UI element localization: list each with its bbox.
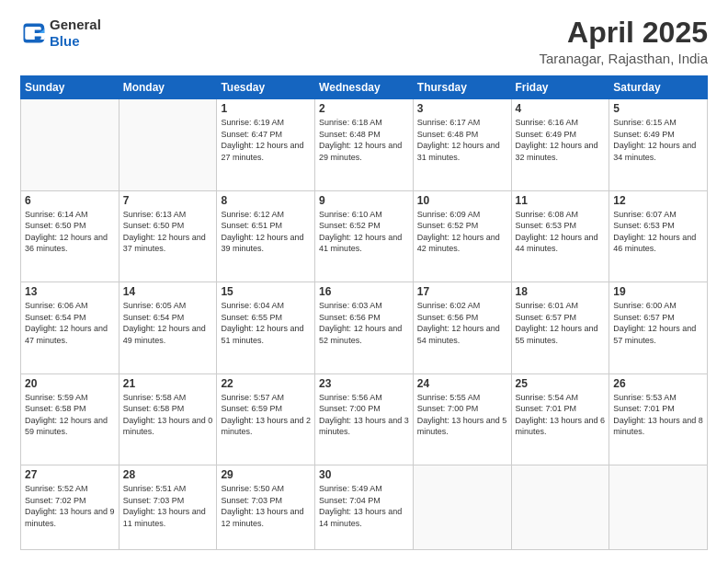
logo-icon [20, 20, 46, 46]
table-row: 27Sunrise: 5:52 AM Sunset: 7:02 PM Dayli… [21, 465, 119, 550]
day-number: 1 [221, 102, 311, 115]
logo-line2: Blue [50, 33, 101, 50]
calendar-table: Sunday Monday Tuesday Wednesday Thursday… [20, 75, 708, 550]
table-row: 1Sunrise: 6:19 AM Sunset: 6:47 PM Daylig… [217, 99, 315, 190]
day-number: 28 [123, 468, 213, 481]
table-row [21, 99, 119, 190]
calendar-header-row: Sunday Monday Tuesday Wednesday Thursday… [21, 76, 708, 99]
day-number: 17 [417, 285, 507, 298]
table-row: 6Sunrise: 6:14 AM Sunset: 6:50 PM Daylig… [21, 190, 119, 282]
col-saturday: Saturday [609, 76, 708, 99]
day-number: 25 [516, 377, 606, 390]
day-info: Sunrise: 6:04 AM Sunset: 6:55 PM Dayligh… [221, 300, 311, 346]
calendar-week-row: 1Sunrise: 6:19 AM Sunset: 6:47 PM Daylig… [21, 99, 708, 190]
location-title: Taranagar, Rajasthan, India [540, 51, 708, 66]
day-info: Sunrise: 6:09 AM Sunset: 6:52 PM Dayligh… [417, 209, 507, 255]
day-info: Sunrise: 6:07 AM Sunset: 6:53 PM Dayligh… [613, 209, 703, 255]
col-wednesday: Wednesday [315, 76, 414, 99]
day-number: 3 [417, 102, 507, 115]
day-number: 30 [319, 468, 409, 481]
day-number: 24 [417, 377, 507, 390]
day-number: 18 [516, 285, 606, 298]
day-info: Sunrise: 6:17 AM Sunset: 6:48 PM Dayligh… [417, 117, 507, 163]
col-sunday: Sunday [21, 76, 119, 99]
logo-text-block: General Blue [50, 17, 101, 50]
table-row: 25Sunrise: 5:54 AM Sunset: 7:01 PM Dayli… [511, 373, 609, 465]
day-number: 22 [221, 377, 311, 390]
day-number: 11 [516, 194, 606, 207]
table-row: 20Sunrise: 5:59 AM Sunset: 6:58 PM Dayli… [21, 373, 119, 465]
day-number: 4 [516, 102, 606, 115]
day-info: Sunrise: 6:01 AM Sunset: 6:57 PM Dayligh… [516, 300, 606, 346]
table-row: 29Sunrise: 5:50 AM Sunset: 7:03 PM Dayli… [217, 465, 315, 550]
logo: General Blue [20, 17, 101, 50]
day-number: 21 [123, 377, 213, 390]
table-row [413, 465, 511, 550]
table-row: 2Sunrise: 6:18 AM Sunset: 6:48 PM Daylig… [315, 99, 414, 190]
day-info: Sunrise: 5:55 AM Sunset: 7:00 PM Dayligh… [417, 392, 507, 438]
table-row: 26Sunrise: 5:53 AM Sunset: 7:01 PM Dayli… [609, 373, 708, 465]
col-tuesday: Tuesday [217, 76, 315, 99]
table-row: 9Sunrise: 6:10 AM Sunset: 6:52 PM Daylig… [315, 190, 414, 282]
day-info: Sunrise: 5:57 AM Sunset: 6:59 PM Dayligh… [221, 392, 311, 438]
day-info: Sunrise: 6:00 AM Sunset: 6:57 PM Dayligh… [613, 300, 703, 346]
table-row: 12Sunrise: 6:07 AM Sunset: 6:53 PM Dayli… [609, 190, 708, 282]
table-row [119, 99, 217, 190]
header: General Blue April 2025 Taranagar, Rajas… [20, 17, 708, 66]
table-row: 19Sunrise: 6:00 AM Sunset: 6:57 PM Dayli… [609, 282, 708, 373]
day-number: 29 [221, 468, 311, 481]
day-info: Sunrise: 5:52 AM Sunset: 7:02 PM Dayligh… [25, 483, 115, 529]
page: General Blue April 2025 Taranagar, Rajas… [0, 0, 728, 563]
table-row: 5Sunrise: 6:15 AM Sunset: 6:49 PM Daylig… [609, 99, 708, 190]
day-info: Sunrise: 6:13 AM Sunset: 6:50 PM Dayligh… [123, 209, 213, 255]
month-title: April 2025 [540, 17, 708, 49]
day-number: 6 [25, 194, 115, 207]
day-number: 19 [613, 285, 703, 298]
day-info: Sunrise: 6:05 AM Sunset: 6:54 PM Dayligh… [123, 300, 213, 346]
day-number: 5 [613, 102, 703, 115]
day-number: 27 [25, 468, 115, 481]
logo-line1: General [50, 17, 101, 33]
day-number: 16 [319, 285, 409, 298]
day-info: Sunrise: 5:54 AM Sunset: 7:01 PM Dayligh… [516, 392, 606, 438]
table-row: 24Sunrise: 5:55 AM Sunset: 7:00 PM Dayli… [413, 373, 511, 465]
calendar-week-row: 27Sunrise: 5:52 AM Sunset: 7:02 PM Dayli… [21, 465, 708, 550]
calendar-week-row: 13Sunrise: 6:06 AM Sunset: 6:54 PM Dayli… [21, 282, 708, 373]
title-block: April 2025 Taranagar, Rajasthan, India [540, 17, 708, 66]
table-row: 18Sunrise: 6:01 AM Sunset: 6:57 PM Dayli… [511, 282, 609, 373]
col-friday: Friday [511, 76, 609, 99]
day-info: Sunrise: 5:51 AM Sunset: 7:03 PM Dayligh… [123, 483, 213, 529]
table-row [511, 465, 609, 550]
day-number: 8 [221, 194, 311, 207]
day-info: Sunrise: 6:15 AM Sunset: 6:49 PM Dayligh… [613, 117, 703, 163]
calendar-week-row: 6Sunrise: 6:14 AM Sunset: 6:50 PM Daylig… [21, 190, 708, 282]
table-row: 17Sunrise: 6:02 AM Sunset: 6:56 PM Dayli… [413, 282, 511, 373]
day-number: 23 [319, 377, 409, 390]
table-row: 11Sunrise: 6:08 AM Sunset: 6:53 PM Dayli… [511, 190, 609, 282]
table-row: 21Sunrise: 5:58 AM Sunset: 6:58 PM Dayli… [119, 373, 217, 465]
day-number: 15 [221, 285, 311, 298]
day-info: Sunrise: 5:56 AM Sunset: 7:00 PM Dayligh… [319, 392, 409, 438]
day-number: 14 [123, 285, 213, 298]
day-info: Sunrise: 6:10 AM Sunset: 6:52 PM Dayligh… [319, 209, 409, 255]
day-info: Sunrise: 6:12 AM Sunset: 6:51 PM Dayligh… [221, 209, 311, 255]
day-number: 7 [123, 194, 213, 207]
table-row: 7Sunrise: 6:13 AM Sunset: 6:50 PM Daylig… [119, 190, 217, 282]
day-info: Sunrise: 6:02 AM Sunset: 6:56 PM Dayligh… [417, 300, 507, 346]
day-info: Sunrise: 6:14 AM Sunset: 6:50 PM Dayligh… [25, 209, 115, 255]
calendar-week-row: 20Sunrise: 5:59 AM Sunset: 6:58 PM Dayli… [21, 373, 708, 465]
day-info: Sunrise: 5:49 AM Sunset: 7:04 PM Dayligh… [319, 483, 409, 529]
day-info: Sunrise: 6:03 AM Sunset: 6:56 PM Dayligh… [319, 300, 409, 346]
table-row: 16Sunrise: 6:03 AM Sunset: 6:56 PM Dayli… [315, 282, 414, 373]
table-row [609, 465, 708, 550]
table-row: 14Sunrise: 6:05 AM Sunset: 6:54 PM Dayli… [119, 282, 217, 373]
day-info: Sunrise: 6:16 AM Sunset: 6:49 PM Dayligh… [516, 117, 606, 163]
day-info: Sunrise: 6:08 AM Sunset: 6:53 PM Dayligh… [516, 209, 606, 255]
day-number: 12 [613, 194, 703, 207]
table-row: 13Sunrise: 6:06 AM Sunset: 6:54 PM Dayli… [21, 282, 119, 373]
table-row: 30Sunrise: 5:49 AM Sunset: 7:04 PM Dayli… [315, 465, 414, 550]
table-row: 4Sunrise: 6:16 AM Sunset: 6:49 PM Daylig… [511, 99, 609, 190]
day-info: Sunrise: 5:58 AM Sunset: 6:58 PM Dayligh… [123, 392, 213, 438]
col-thursday: Thursday [413, 76, 511, 99]
day-info: Sunrise: 6:18 AM Sunset: 6:48 PM Dayligh… [319, 117, 409, 163]
